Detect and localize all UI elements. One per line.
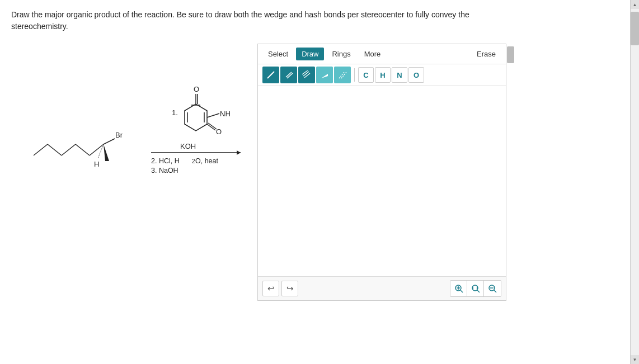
single-bond-button[interactable] bbox=[262, 67, 279, 83]
reaction-scheme: Br H O NH bbox=[11, 44, 257, 211]
svg-line-34 bbox=[304, 73, 310, 78]
atom-h-button[interactable]: H bbox=[375, 67, 391, 83]
svg-point-43 bbox=[472, 285, 478, 291]
scroll-up-arrow[interactable]: ▲ bbox=[631, 0, 639, 9]
svg-text:H: H bbox=[94, 160, 99, 168]
svg-text:2. HCl, H: 2. HCl, H bbox=[151, 157, 180, 165]
atom-o-button[interactable]: O bbox=[408, 67, 424, 83]
svg-marker-24 bbox=[237, 150, 241, 155]
svg-text:NH: NH bbox=[220, 110, 231, 118]
drawing-area-wrapper: Br H O NH bbox=[11, 44, 619, 301]
rings-button[interactable]: Rings bbox=[326, 48, 356, 60]
svg-line-5 bbox=[104, 139, 115, 144]
svg-line-35 bbox=[302, 70, 308, 74]
editor-canvas[interactable] bbox=[258, 86, 506, 276]
svg-line-4 bbox=[90, 144, 104, 155]
zoom-in-button[interactable] bbox=[450, 281, 467, 296]
editor-scrollbar-thumb bbox=[507, 46, 514, 63]
editor-bottom-toolbar: ↩ ↪ bbox=[258, 276, 506, 300]
svg-line-40 bbox=[461, 290, 463, 292]
select-button[interactable]: Select bbox=[262, 48, 294, 60]
zoom-controls bbox=[450, 280, 501, 297]
erase-button[interactable]: Erase bbox=[471, 48, 501, 60]
svg-line-3 bbox=[76, 144, 90, 155]
undo-redo-group: ↩ ↪ bbox=[262, 281, 298, 296]
double-bond-button[interactable] bbox=[280, 67, 297, 83]
tool-separator bbox=[354, 68, 355, 82]
scrollbar-track bbox=[631, 9, 639, 355]
svg-text:Br: Br bbox=[115, 131, 123, 139]
draw-button[interactable]: Draw bbox=[296, 48, 324, 60]
atom-n-button[interactable]: N bbox=[392, 67, 407, 83]
svg-text:1.: 1. bbox=[172, 108, 178, 117]
svg-line-2 bbox=[62, 144, 76, 155]
svg-line-33 bbox=[303, 72, 309, 76]
svg-line-44 bbox=[477, 290, 480, 292]
svg-line-1 bbox=[48, 144, 62, 155]
more-button[interactable]: More bbox=[359, 48, 387, 60]
undo-button[interactable]: ↩ bbox=[262, 281, 279, 296]
tool-buttons-row: C H N O bbox=[258, 64, 506, 86]
svg-marker-36 bbox=[321, 74, 328, 78]
svg-text:O: O bbox=[194, 85, 199, 93]
main-content: Draw the major organic product of the re… bbox=[0, 0, 630, 364]
svg-text:3. NaOH: 3. NaOH bbox=[151, 167, 178, 174]
svg-text:KOH: KOH bbox=[180, 142, 196, 150]
marvin-editor: Select Draw Rings More Erase bbox=[257, 44, 506, 301]
atom-c-button[interactable]: C bbox=[358, 67, 374, 83]
svg-text:O: O bbox=[216, 127, 222, 136]
editor-toolbar: Select Draw Rings More Erase bbox=[258, 44, 506, 64]
reaction-svg: Br H O NH bbox=[22, 66, 257, 189]
svg-line-50 bbox=[494, 290, 496, 292]
svg-line-0 bbox=[34, 144, 48, 155]
zoom-fit-button[interactable] bbox=[467, 281, 484, 296]
svg-line-30 bbox=[267, 72, 274, 78]
question-text: Draw the major organic product of the re… bbox=[11, 9, 515, 32]
svg-marker-10 bbox=[185, 104, 207, 131]
scroll-down-arrow[interactable]: ▼ bbox=[631, 355, 639, 364]
scrollbar-thumb bbox=[631, 12, 639, 45]
svg-line-17 bbox=[207, 114, 219, 117]
svg-text:O, heat: O, heat bbox=[195, 157, 219, 165]
svg-line-37 bbox=[339, 72, 345, 78]
redo-button[interactable]: ↪ bbox=[281, 281, 298, 296]
wedge-bond-button[interactable] bbox=[316, 67, 333, 83]
zoom-out-button[interactable] bbox=[484, 281, 501, 296]
svg-marker-8 bbox=[104, 144, 109, 161]
triple-bond-button[interactable] bbox=[298, 67, 315, 83]
page-scrollbar[interactable]: ▲ ▼ bbox=[630, 0, 639, 364]
hash-bond-button[interactable] bbox=[334, 67, 351, 83]
